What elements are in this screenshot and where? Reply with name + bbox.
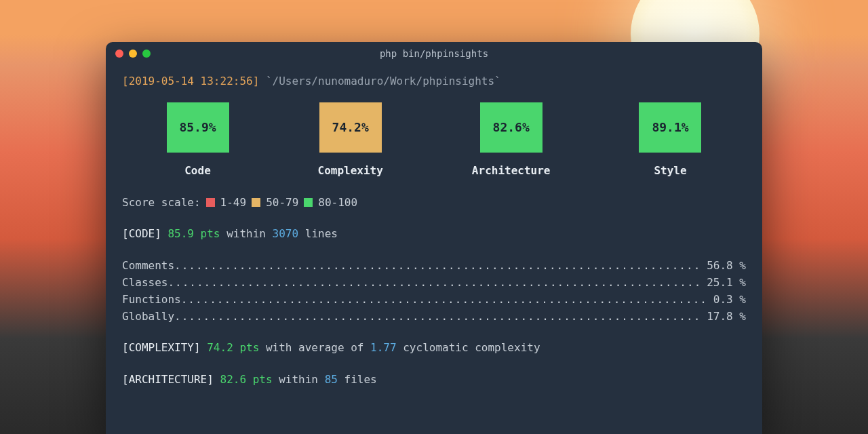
breakdown-name: Globally	[122, 309, 174, 326]
timestamp: [2019-05-14 13:22:56]	[122, 75, 259, 87]
score-label: Code	[184, 163, 211, 180]
architecture-val: 85	[325, 373, 338, 386]
prompt-line: [2019-05-14 13:22:56] `/Users/nunomaduro…	[122, 73, 746, 90]
section-tag: [CODE]	[122, 227, 161, 240]
dots	[167, 275, 703, 292]
score-style: 89.1% Style	[639, 102, 701, 180]
scale-orange: 50-79	[266, 195, 298, 212]
score-label: Style	[654, 163, 686, 180]
architecture-pts: 82.6 pts	[220, 373, 273, 386]
score-complexity: 74.2% Complexity	[318, 102, 383, 180]
score-architecture: 82.6% Architecture	[472, 102, 551, 180]
score-row: 85.9% Code 74.2% Complexity 82.6% Archit…	[122, 102, 746, 180]
breakdown-name: Comments	[122, 258, 174, 275]
complexity-pts: 74.2 pts	[207, 341, 259, 354]
code-section: [CODE] 85.9 pts within 3070 lines	[122, 226, 746, 243]
code-lines: 3070	[273, 227, 299, 240]
breakdown-row: Classes 25.1 %	[122, 275, 746, 292]
score-scale: Score scale: 1-49 50-79 80-100	[122, 195, 746, 212]
section-tag: [COMPLEXITY]	[122, 341, 201, 354]
swatch-red-icon	[206, 198, 215, 207]
complexity-val: 1.77	[370, 341, 397, 354]
score-label: Architecture	[472, 163, 551, 180]
terminal-body[interactable]: [2019-05-14 13:22:56] `/Users/nunomaduro…	[106, 65, 762, 405]
code-pts: 85.9 pts	[167, 227, 220, 240]
titlebar[interactable]: php bin/phpinsights	[106, 42, 762, 65]
complexity-section: [COMPLEXITY] 74.2 pts with average of 1.…	[122, 340, 746, 357]
score-box: 85.9%	[167, 102, 229, 153]
window-title: php bin/phpinsights	[106, 48, 762, 59]
score-box: 89.1%	[639, 102, 701, 153]
breakdown-pct: 25.1 %	[703, 275, 746, 292]
scale-green: 80-100	[318, 195, 357, 212]
breakdown-name: Functions	[122, 292, 181, 309]
swatch-green-icon	[304, 198, 313, 207]
breakdown-pct: 0.3 %	[709, 292, 746, 309]
breakdown-pct: 56.8 %	[703, 258, 746, 275]
breakdown-row: Globally 17.8 %	[122, 309, 746, 326]
score-box: 74.2%	[319, 102, 382, 153]
score-box: 82.6%	[480, 102, 542, 153]
breakdown-row: Functions 0.3 %	[122, 292, 746, 309]
breakdown-list: Comments 56.8 % Classes 25.1 % Functions…	[122, 258, 746, 325]
dots	[174, 309, 703, 326]
architecture-section: [ARCHITECTURE] 82.6 pts within 85 files	[122, 372, 746, 389]
section-tag: [ARCHITECTURE]	[122, 373, 214, 386]
dots	[181, 292, 709, 309]
terminal-window: php bin/phpinsights [2019-05-14 13:22:56…	[106, 42, 762, 434]
breakdown-pct: 17.8 %	[703, 309, 746, 326]
breakdown-row: Comments 56.8 %	[122, 258, 746, 275]
scale-label: Score scale:	[122, 195, 201, 212]
breakdown-name: Classes	[122, 275, 167, 292]
swatch-orange-icon	[252, 198, 260, 207]
working-path: `/Users/nunomaduro/Work/phpinsights`	[266, 75, 501, 87]
score-label: Complexity	[318, 163, 383, 180]
scale-red: 1-49	[220, 195, 247, 212]
score-code: 85.9% Code	[167, 102, 229, 180]
dots	[174, 258, 703, 275]
